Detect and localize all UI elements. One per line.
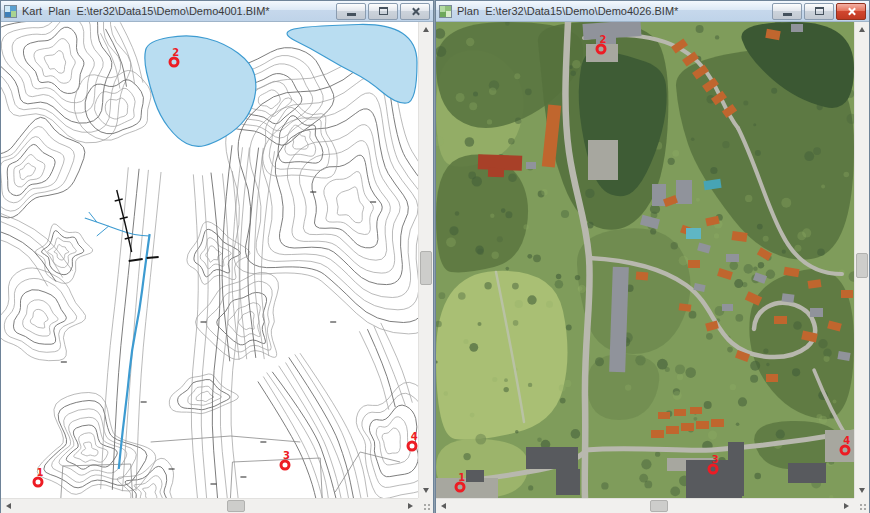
window-menu-icon[interactable] — [439, 5, 452, 18]
scroll-down-icon — [423, 488, 429, 493]
close-button[interactable] — [836, 3, 866, 20]
vertical-scrollbar[interactable] — [418, 22, 433, 498]
map-marker-2[interactable]: 2 — [168, 56, 179, 67]
map-marker-label: 1 — [37, 467, 44, 477]
map-marker-label: 3 — [712, 454, 719, 464]
scroll-down-icon — [859, 488, 865, 493]
close-button[interactable] — [400, 3, 430, 20]
horizontal-scrollbar[interactable] — [436, 498, 854, 513]
map-marker-label: 3 — [283, 450, 290, 460]
maximize-icon — [379, 7, 388, 15]
minimize-button[interactable] — [772, 3, 802, 20]
vertical-scroll-track[interactable] — [855, 37, 869, 483]
map-marker-label: 2 — [600, 35, 607, 45]
map-marker-label: 4 — [411, 431, 418, 441]
horizontal-scroll-thumb[interactable] — [650, 500, 668, 512]
marker-layer: 1234 — [1, 22, 418, 498]
scroll-up-button[interactable] — [419, 22, 433, 37]
map-marker-4[interactable]: 4 — [407, 440, 418, 451]
map-marker-4[interactable]: 4 — [839, 444, 850, 455]
window-controls — [772, 3, 866, 20]
map-marker-3[interactable]: 3 — [708, 463, 719, 474]
scroll-right-icon — [408, 503, 413, 509]
window-title: Plan E:\ter32\Data15\Demo\Demo4026.BIM* — [457, 5, 767, 17]
horizontal-scroll-track[interactable] — [451, 499, 839, 513]
resize-grip-icon — [428, 504, 430, 506]
window-plan: Plan E:\ter32\Data15\Demo\Demo4026.BIM* … — [435, 0, 870, 513]
titlebar-kart[interactable]: Kart Plan E:\ter32\Data15\Demo\Demo4001.… — [1, 1, 433, 22]
scroll-down-button[interactable] — [855, 483, 869, 498]
resize-grip-icon — [864, 504, 866, 506]
titlebar-plan[interactable]: Plan E:\ter32\Data15\Demo\Demo4026.BIM* — [436, 1, 869, 22]
scroll-right-button[interactable] — [839, 499, 854, 513]
scroll-right-icon — [844, 503, 849, 509]
horizontal-scroll-thumb[interactable] — [227, 500, 245, 512]
scroll-right-button[interactable] — [403, 499, 418, 513]
window-kart: Kart Plan E:\ter32\Data15\Demo\Demo4001.… — [0, 0, 434, 513]
close-icon — [846, 6, 857, 17]
maximize-icon — [815, 7, 824, 15]
scroll-left-icon — [441, 503, 446, 509]
maximize-button[interactable] — [368, 3, 398, 20]
map-marker-label: 4 — [843, 435, 850, 445]
horizontal-scrollbar[interactable] — [1, 498, 418, 513]
scroll-left-button[interactable] — [1, 499, 16, 513]
scroll-down-button[interactable] — [419, 483, 433, 498]
map-marker-2[interactable]: 2 — [596, 44, 607, 55]
window-body: 1234 — [436, 22, 869, 513]
scroll-up-icon — [423, 27, 429, 32]
scroll-left-button[interactable] — [436, 499, 451, 513]
map-marker-1[interactable]: 1 — [33, 476, 44, 487]
close-icon — [410, 6, 421, 17]
window-controls — [336, 3, 430, 20]
map-marker-3[interactable]: 3 — [279, 459, 290, 470]
maximize-button[interactable] — [804, 3, 834, 20]
vertical-scroll-track[interactable] — [419, 37, 433, 483]
window-menu-icon[interactable] — [4, 5, 17, 18]
map-marker-label: 2 — [172, 47, 179, 57]
map-marker-label: 1 — [458, 473, 465, 483]
minimize-icon — [347, 13, 356, 16]
resize-grip[interactable] — [854, 498, 869, 513]
minimize-button[interactable] — [336, 3, 366, 20]
contour-map-viewport[interactable]: 1234 — [1, 22, 418, 498]
mdi-workspace: Kart Plan E:\ter32\Data15\Demo\Demo4001.… — [0, 0, 870, 513]
vertical-scroll-thumb[interactable] — [420, 251, 432, 285]
horizontal-scroll-track[interactable] — [16, 499, 403, 513]
vertical-scrollbar[interactable] — [854, 22, 869, 498]
vertical-scroll-thumb[interactable] — [856, 253, 868, 278]
scroll-up-button[interactable] — [855, 22, 869, 37]
window-title: Kart Plan E:\ter32\Data15\Demo\Demo4001.… — [22, 5, 331, 17]
aerial-map-viewport[interactable]: 1234 — [436, 22, 854, 498]
map-marker-1[interactable]: 1 — [454, 482, 465, 493]
minimize-icon — [783, 13, 792, 16]
scroll-left-icon — [6, 503, 11, 509]
scroll-up-icon — [859, 27, 865, 32]
window-body: 1234 — [1, 22, 433, 513]
marker-layer: 1234 — [436, 22, 854, 498]
resize-grip[interactable] — [418, 498, 433, 513]
